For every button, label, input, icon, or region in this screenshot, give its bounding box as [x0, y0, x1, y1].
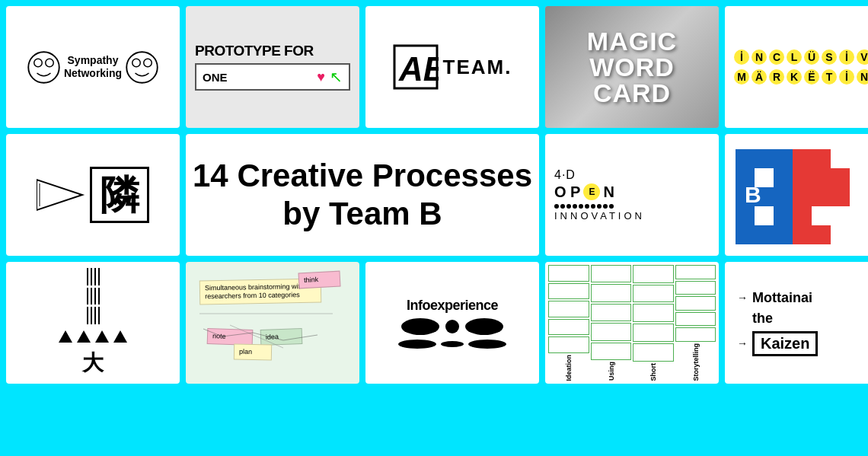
circle-n-icon: E [583, 183, 600, 200]
heart-icon: ♥ [317, 69, 325, 85]
svg-marker-38 [113, 330, 127, 343]
info-shapes-bottom [398, 340, 506, 349]
iroha-grid [87, 268, 100, 324]
pixel-b-svg: B [725, 134, 868, 256]
card-prototype[interactable]: PROTOTYPE FOR ONE ♥ ↖ [186, 6, 359, 128]
card-brainstorm[interactable]: Simultaneous brainstorming with research… [186, 262, 359, 384]
svg-line-40 [230, 325, 283, 348]
abteam-inner: AB TEAM. [393, 44, 512, 90]
card-ideation[interactable]: Ideation Using Short [545, 262, 719, 384]
svg-text:AB: AB [398, 50, 439, 88]
svg-rect-10 [736, 149, 755, 168]
svg-rect-32 [831, 187, 850, 206]
cursor-icon: ↖ [330, 68, 343, 86]
ideation-label-4: Storytelling [675, 343, 716, 381]
4d-open: O P E N [554, 183, 614, 201]
svg-rect-26 [793, 168, 812, 187]
card-4d-innovation[interactable]: 4·D O P E N INNOVATION [545, 134, 719, 256]
main-grid: Sympathy Networking PROTOTYPE FOR ONE ♥ … [0, 0, 868, 456]
svg-point-3 [126, 52, 158, 83]
prototype-title-line2: ONE [203, 71, 314, 84]
card-magic-word[interactable]: MAGIC WORD CARD [545, 6, 719, 128]
flat-2 [441, 341, 464, 347]
info-shapes-top [401, 318, 503, 335]
svg-marker-35 [59, 330, 72, 343]
svg-rect-11 [755, 149, 774, 168]
ideation-cell-2-5 [591, 343, 632, 360]
card-iroha[interactable]: 大 [6, 262, 180, 384]
kaizen-mottainai: Mottainai [752, 290, 812, 306]
svg-rect-28 [793, 187, 812, 206]
svg-rect-33 [793, 225, 812, 244]
card-kaizen[interactable]: → Mottainai the → Kaizen [725, 262, 868, 384]
ideation-col-4: Storytelling [675, 265, 716, 381]
ideation-label-2: Using [591, 362, 632, 381]
letter-m: M [734, 69, 749, 85]
svg-rect-25 [812, 149, 831, 168]
svg-rect-31 [831, 168, 850, 187]
svg-marker-8 [37, 180, 82, 210]
card-sympathy-networking[interactable]: Sympathy Networking [6, 6, 180, 128]
card-abteam[interactable]: AB TEAM. [365, 6, 539, 128]
ideation-label-3: Short [633, 363, 674, 381]
letter-v: V [857, 49, 868, 65]
4d-dots [554, 204, 614, 209]
svg-rect-24 [793, 149, 812, 168]
svg-rect-29 [812, 187, 831, 206]
card-tonan[interactable]: 隣 [6, 134, 180, 256]
info-title: Infoexperience [407, 298, 498, 314]
svg-rect-21 [774, 168, 793, 187]
kaizen-line-3: → Kaizen [737, 331, 818, 356]
letter-i1: İ [734, 49, 749, 65]
tonan-inner: 隣 [37, 167, 149, 223]
magic-line3: CARD [587, 80, 677, 106]
kaizen-line-1: → Mottainai [737, 290, 812, 306]
ideation-cell-1-2 [548, 283, 589, 300]
letter-l: L [787, 49, 802, 65]
kaizen-the: the [737, 311, 773, 327]
letter-a: Ä [752, 69, 767, 85]
4d-open-text: O P [554, 183, 580, 201]
ideation-cell-4-5 [675, 327, 716, 342]
ideation-cell-2-3 [591, 304, 632, 321]
magic-line1: MAGIC [587, 28, 677, 54]
svg-rect-20 [774, 225, 793, 244]
ideation-cell-2-4 [591, 323, 632, 340]
ideation-cell-3-1 [633, 265, 674, 283]
card-infoexperience[interactable]: Infoexperience [365, 262, 539, 384]
kanji-tonan: 隣 [90, 167, 149, 223]
svg-text:B: B [745, 182, 761, 207]
ideation-cell-4-1 [675, 265, 716, 279]
card-inclusive-marketing[interactable]: İ N C L Ü S İ V Ë M Ä R K Ë T İ N G [725, 6, 868, 128]
letter-n2: N [857, 69, 868, 85]
kaizen-arrow-1: → [737, 292, 748, 304]
svg-rect-22 [774, 206, 793, 225]
ideation-cell-4-4 [675, 312, 716, 327]
svg-point-1 [34, 59, 43, 67]
svg-rect-12 [774, 149, 793, 168]
iroha-kanji-row: 大 [82, 349, 104, 378]
ideation-cell-2-2 [591, 284, 632, 301]
oval-1 [401, 318, 439, 335]
letter-s: S [822, 49, 837, 65]
kaizen-line-2: the [737, 311, 773, 327]
magic-line2: WORD [587, 54, 677, 80]
inclusive-word2: M Ä R K Ë T İ N G [734, 69, 868, 85]
face-left-icon [27, 50, 61, 85]
svg-point-5 [144, 59, 152, 67]
letter-i3: İ [839, 69, 854, 85]
ideation-cell-4-2 [675, 281, 716, 295]
sympathy-text: Sympathy [68, 54, 119, 67]
iroha-triangles [56, 327, 130, 346]
prototype-title-line1: PROTOTYPE FOR [195, 43, 350, 59]
4d-innovation-text: INNOVATION [554, 210, 645, 222]
card-pixel-b[interactable]: B [725, 134, 868, 256]
letter-t: T [822, 69, 837, 85]
letter-i2: İ [839, 49, 854, 65]
team-label: TEAM. [443, 56, 512, 79]
magic-text: MAGIC WORD CARD [587, 28, 677, 106]
ideation-cell-3-2 [633, 285, 674, 303]
letter-k: K [787, 69, 802, 85]
svg-point-0 [28, 52, 59, 83]
center-title-line1: 14 Creative Processes [193, 157, 532, 195]
